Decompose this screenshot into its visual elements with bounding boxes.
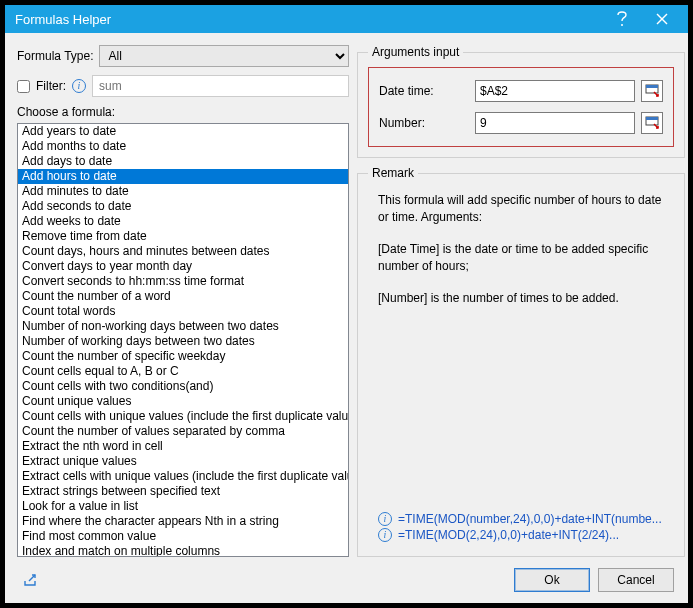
list-item[interactable]: Add months to date: [18, 139, 348, 154]
list-item[interactable]: Count the number of values separated by …: [18, 424, 348, 439]
ok-button[interactable]: Ok: [514, 568, 590, 592]
list-item[interactable]: Count the number of a word: [18, 289, 348, 304]
arguments-fieldset: Arguments input Date time:Number:: [357, 45, 685, 158]
remark-p3: [Number] is the number of times to be ad…: [378, 290, 674, 307]
list-item[interactable]: Extract cells with unique values (includ…: [18, 469, 348, 484]
list-item[interactable]: Remove time from date: [18, 229, 348, 244]
list-item[interactable]: Add minutes to date: [18, 184, 348, 199]
list-item[interactable]: Count unique values: [18, 394, 348, 409]
formula-link[interactable]: i=TIME(MOD(2,24),0,0)+date+INT(2/24)...: [378, 528, 674, 542]
list-item[interactable]: Count cells with unique values (include …: [18, 409, 348, 424]
arguments-box: Date time:Number:: [368, 67, 674, 147]
remark-fieldset: Remark This formula will add specific nu…: [357, 166, 685, 557]
help-button[interactable]: [602, 5, 642, 33]
formula-link[interactable]: i=TIME(MOD(number,24),0,0)+date+INT(numb…: [378, 512, 674, 526]
info-icon[interactable]: i: [72, 79, 86, 93]
formula-list[interactable]: Add years to dateAdd months to dateAdd d…: [17, 123, 349, 557]
list-item[interactable]: Count total words: [18, 304, 348, 319]
arg-input[interactable]: [475, 80, 635, 102]
filter-input[interactable]: [92, 75, 349, 97]
list-item[interactable]: Number of working days between two dates: [18, 334, 348, 349]
formula-type-label: Formula Type:: [17, 49, 93, 63]
svg-rect-6: [646, 117, 658, 120]
range-select-button[interactable]: [641, 112, 663, 134]
list-item[interactable]: Convert seconds to hh:mm:ss time format: [18, 274, 348, 289]
formula-type-select[interactable]: All: [99, 45, 349, 67]
list-item[interactable]: Count days, hours and minutes between da…: [18, 244, 348, 259]
remark-p2: [Date Time] is the date or time to be ad…: [378, 241, 674, 276]
list-item[interactable]: Find where the character appears Nth in …: [18, 514, 348, 529]
list-item[interactable]: Index and match on multiple columns: [18, 544, 348, 557]
arguments-legend: Arguments input: [368, 45, 463, 59]
info-icon: i: [378, 512, 392, 526]
list-item[interactable]: Number of non-working days between two d…: [18, 319, 348, 334]
footer: Ok Cancel: [5, 557, 688, 603]
list-item[interactable]: Convert days to year month day: [18, 259, 348, 274]
filter-checkbox[interactable]: [17, 80, 30, 93]
window-title: Formulas Helper: [15, 12, 602, 27]
list-item[interactable]: Add days to date: [18, 154, 348, 169]
close-button[interactable]: [642, 5, 682, 33]
list-item[interactable]: Extract unique values: [18, 454, 348, 469]
arg-row: Date time:: [379, 80, 663, 102]
svg-point-0: [621, 24, 623, 26]
list-item[interactable]: Find most common value: [18, 529, 348, 544]
dialog-window: Formulas Helper Formula Type: All: [4, 4, 689, 604]
formula-links: i=TIME(MOD(number,24),0,0)+date+INT(numb…: [368, 508, 674, 546]
remark-p1: This formula will add specific number of…: [378, 192, 674, 227]
arg-label: Number:: [379, 116, 469, 130]
list-item[interactable]: Add weeks to date: [18, 214, 348, 229]
list-item[interactable]: Extract strings between specified text: [18, 484, 348, 499]
list-item[interactable]: Add seconds to date: [18, 199, 348, 214]
svg-rect-4: [646, 85, 658, 88]
filter-label: Filter:: [36, 79, 66, 93]
list-item[interactable]: Look for a value in list: [18, 499, 348, 514]
svg-line-7: [29, 575, 35, 581]
range-select-button[interactable]: [641, 80, 663, 102]
left-pane: Formula Type: All Filter: i Choose a for…: [17, 45, 349, 557]
cancel-button[interactable]: Cancel: [598, 568, 674, 592]
arg-label: Date time:: [379, 84, 469, 98]
arg-row: Number:: [379, 112, 663, 134]
info-icon: i: [378, 528, 392, 542]
list-item[interactable]: Count cells equal to A, B or C: [18, 364, 348, 379]
list-item[interactable]: Add hours to date: [18, 169, 348, 184]
list-item[interactable]: Extract the nth word in cell: [18, 439, 348, 454]
remark-legend: Remark: [368, 166, 418, 180]
share-icon[interactable]: [19, 569, 41, 591]
list-item[interactable]: Count cells with two conditions(and): [18, 379, 348, 394]
right-pane: Arguments input Date time:Number: Remark…: [357, 45, 685, 557]
arg-input[interactable]: [475, 112, 635, 134]
list-item[interactable]: Count the number of specific weekday: [18, 349, 348, 364]
choose-formula-label: Choose a formula:: [17, 105, 349, 119]
titlebar[interactable]: Formulas Helper: [5, 5, 688, 33]
list-item[interactable]: Add years to date: [18, 124, 348, 139]
